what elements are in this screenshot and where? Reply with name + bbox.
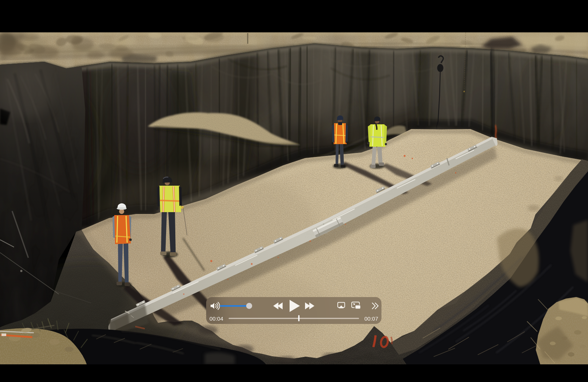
svg-text:00:04: 00:04 (209, 315, 223, 322)
svg-text:00:07: 00:07 (364, 315, 378, 322)
